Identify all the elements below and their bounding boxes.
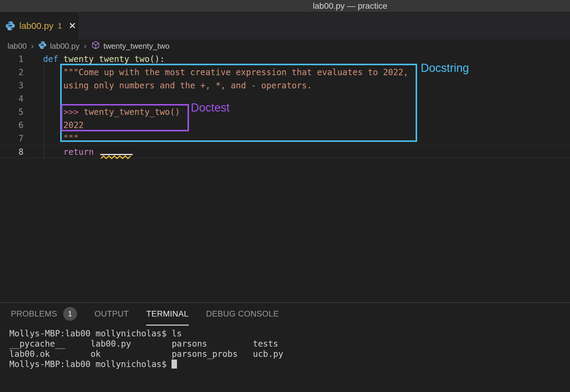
code-text: using only numbers and the +, *, and - o… (23, 79, 312, 92)
title-bar: lab00.py — practice (0, 0, 570, 12)
panel-tabs: PROBLEMS1OUTPUTTERMINALDEBUG CONSOLE (0, 303, 570, 326)
code-line-6[interactable]: 6 2022 (0, 119, 570, 132)
doctest-annotation-label: Doctest (191, 101, 230, 114)
terminal-line: Mollys-MBP:lab00 mollynicholas$ (9, 359, 570, 369)
panel-tab-output[interactable]: OUTPUT (94, 303, 129, 326)
terminal-cursor (172, 360, 177, 369)
tab-filename: lab00.py (19, 21, 53, 31)
code-text (23, 92, 43, 106)
line-number: 1 (0, 53, 23, 66)
code-line-2[interactable]: 2 """Come up with the most creative expr… (0, 66, 570, 79)
editor-tab-lab00[interactable]: lab00.py 1 ✕ (0, 12, 78, 39)
cube-icon (91, 40, 101, 52)
terminal-line: __pycache__ lab00.py parsons tests (9, 339, 570, 349)
code-text: def twenty_twenty_two(): (23, 53, 165, 66)
code-text: """ (23, 132, 79, 145)
breadcrumb-item-lab00[interactable]: lab00 (8, 41, 27, 51)
terminal-line: Mollys-MBP:lab00 mollynicholas$ ls (9, 329, 570, 339)
line-number: 5 (0, 106, 23, 119)
code-text: 2022 (23, 119, 84, 132)
squiggle-icon (101, 155, 131, 159)
breadcrumb-label: lab00.py (50, 41, 79, 51)
breadcrumb-item-twenty-twenty-two[interactable]: twenty_twenty_two (91, 40, 170, 52)
tab-strip: lab00.py 1 ✕ (0, 12, 570, 39)
code-text: """Come up with the most creative expres… (23, 66, 408, 79)
code-lines: 1def twenty_twenty_two():2 """Come up wi… (0, 53, 570, 158)
indent-guide (44, 66, 44, 158)
breadcrumb-separator: › (31, 41, 34, 51)
breadcrumb: lab00›lab00.py›twenty_twenty_two (0, 39, 570, 53)
line-number: 7 (0, 132, 23, 145)
terminal[interactable]: Mollys-MBP:lab00 mollynicholas$ ls__pyca… (9, 329, 570, 369)
panel-tab-label: TERMINAL (146, 309, 189, 319)
bottom-panel: PROBLEMS1OUTPUTTERMINALDEBUG CONSOLE Mol… (0, 302, 570, 392)
vscode-window: lab00.py — practice lab00.py 1 ✕ lab00›l… (0, 0, 570, 392)
code-line-7[interactable]: 7 """ (0, 132, 570, 145)
panel-tab-debug-console[interactable]: DEBUG CONSOLE (206, 303, 279, 326)
line-number: 4 (0, 92, 23, 106)
python-icon (38, 41, 47, 52)
code-editor[interactable]: 1def twenty_twenty_two():2 """Come up wi… (0, 53, 570, 302)
line-number: 2 (0, 66, 23, 79)
code-line-3[interactable]: 3 using only numbers and the +, *, and -… (0, 79, 570, 92)
code-line-8[interactable]: 8 return (0, 145, 570, 158)
python-file-icon (5, 20, 16, 31)
tab-close-icon[interactable]: ✕ (69, 21, 76, 30)
panel-tab-problems[interactable]: PROBLEMS1 (11, 303, 77, 326)
panel-tab-label: PROBLEMS (11, 309, 57, 319)
panel-tab-label: DEBUG CONSOLE (206, 309, 279, 319)
code-line-4[interactable]: 4 (0, 92, 570, 106)
breadcrumb-label: twenty_twenty_two (104, 41, 170, 51)
code-line-1[interactable]: 1def twenty_twenty_two(): (0, 53, 570, 66)
window-title: lab00.py — practice (313, 1, 387, 11)
warning-squiggle (100, 154, 133, 159)
panel-tab-terminal[interactable]: TERMINAL (146, 303, 189, 326)
code-line-5[interactable]: 5 >>> twenty_twenty_two() (0, 106, 570, 119)
line-number: 6 (0, 119, 23, 132)
docstring-annotation-label: Docstring (421, 62, 469, 75)
line-number: 3 (0, 79, 23, 92)
terminal-line: lab00.ok ok parsons_probs ucb.py (9, 349, 570, 359)
breadcrumb-separator: › (84, 41, 86, 51)
panel-tab-label: OUTPUT (94, 309, 129, 319)
breadcrumb-label: lab00 (8, 41, 27, 51)
line-number: 8 (0, 145, 23, 158)
breadcrumb-item-lab00-py[interactable]: lab00.py (38, 41, 79, 52)
code-text: return (23, 145, 99, 158)
code-text: >>> twenty_twenty_two() (23, 106, 180, 119)
tab-problem-count: 1 (57, 21, 62, 31)
problems-count-badge: 1 (63, 307, 77, 321)
